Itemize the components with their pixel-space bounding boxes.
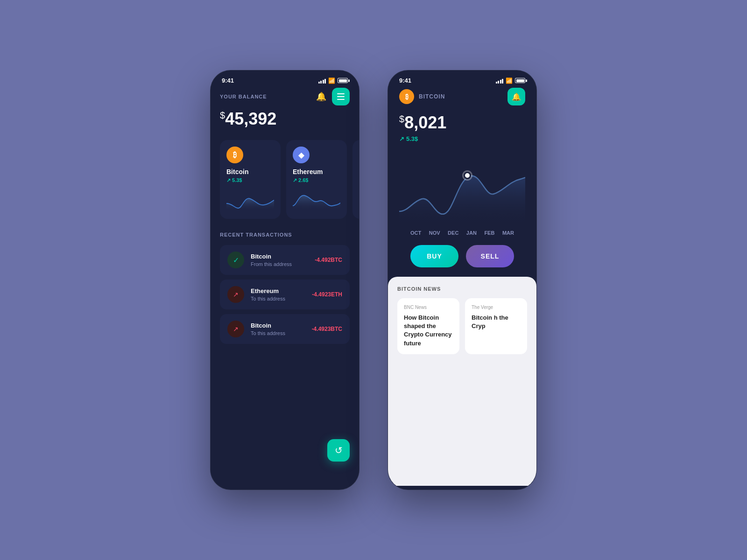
phone2-content: ₿ BITCOIN 🔔 $8,021 ↗ 5.3$ [388, 88, 536, 486]
dollar-sign-2: $ [399, 114, 404, 124]
crypto-cards: ₿ Bitcoin ↗ 5.3$ [220, 140, 350, 219]
tx-address-3: To this address [251, 330, 305, 336]
transactions-section-title: RECENT TRANSACTIONS [220, 232, 350, 238]
tx-amount-3: -4.4923BTC [312, 326, 342, 332]
ethereum-change: ↗ 2.6$ [293, 177, 340, 183]
bitcoin-card[interactable]: ₿ Bitcoin ↗ 5.3$ [220, 140, 281, 219]
ethereum-chart [293, 187, 340, 210]
menu-button[interactable] [332, 88, 350, 105]
bitcoin-chart [226, 187, 274, 210]
bitcoin-title: BITCOIN [419, 93, 445, 100]
news-source-1: BNC News [404, 305, 453, 310]
ethereum-name: Ethereum [293, 168, 340, 175]
tx-address-1: From this address [251, 261, 308, 267]
signal-icon-2 [496, 78, 504, 84]
tx-info-3: Bitcoin To this address [251, 322, 305, 336]
month-jan: JAN [466, 230, 477, 236]
battery-icon-2 [515, 78, 525, 83]
battery-icon [338, 78, 348, 83]
sell-button[interactable]: SELL [466, 245, 514, 267]
bitcoin-title-group: ₿ BITCOIN [399, 89, 445, 104]
news-section-title: BITCOIN NEWS [397, 286, 527, 292]
transaction-1[interactable]: ✓ Bitcoin From this address -4.492BTC [220, 245, 350, 275]
month-oct: OCT [410, 230, 421, 236]
phone-2: 9:41 📶 ₿ BITCOIN [388, 70, 537, 490]
news-headline-2: Bitcoin h the Cryp [472, 314, 521, 330]
tx-address-2: To this address [251, 296, 305, 301]
signal-icon [318, 78, 326, 84]
bell-icon[interactable]: 🔔 [316, 91, 326, 102]
balance-header: YOUR BALANCE 🔔 [220, 88, 350, 105]
ethereum-icon: ◆ [293, 147, 310, 163]
status-bar-2: 9:41 📶 [388, 70, 536, 88]
month-dec: DEC [448, 230, 458, 236]
menu-icon [337, 93, 345, 100]
ethereum-card[interactable]: ◆ Ethereum ↗ 2.6$ [286, 140, 347, 219]
news-headline-1: How Bitcoin shaped the Crypto Currency f… [404, 314, 453, 348]
news-cards: BNC News How Bitcoin shaped the Crypto C… [397, 298, 527, 354]
price-chart [399, 152, 525, 226]
tx-amount-2: -4.4923ETH [312, 291, 342, 298]
status-icons-2: 📶 [496, 77, 526, 84]
tx-info-1: Bitcoin From this address [251, 253, 308, 267]
time-2: 9:41 [399, 77, 411, 84]
month-feb: FEB [484, 230, 494, 236]
tx-name-2: Ethereum [251, 287, 305, 294]
transaction-3[interactable]: ↗ Bitcoin To this address -4.4923BTC [220, 314, 350, 344]
dash-card[interactable]: ↺ Das ↘ 2. [352, 140, 359, 219]
buy-button[interactable]: BUY [410, 245, 458, 267]
tx-icon-1: ✓ [227, 252, 244, 268]
wifi-icon: 📶 [328, 77, 335, 84]
tx-icon-2: ↗ [227, 286, 244, 303]
tx-name-3: Bitcoin [251, 322, 305, 329]
chart-dot [464, 172, 471, 179]
month-mar: MAR [502, 230, 514, 236]
phone-1: 9:41 📶 YOUR BALANCE 🔔 [210, 70, 359, 490]
time-1: 9:41 [222, 77, 234, 84]
bitcoin-header: ₿ BITCOIN 🔔 [399, 88, 525, 105]
btc-change: ↗ 5.3$ [399, 135, 525, 142]
phone2-top: ₿ BITCOIN 🔔 $8,021 ↗ 5.3$ [388, 88, 536, 267]
phone1-content: YOUR BALANCE 🔔 $45,392 [211, 88, 359, 486]
bitcoin-change: ↗ 5.3$ [226, 177, 274, 183]
news-card-2[interactable]: The Verge Bitcoin h the Cryp [465, 298, 527, 354]
floating-action-button[interactable]: ↺ [327, 439, 350, 462]
month-nov: NOV [429, 230, 440, 236]
status-icons-1: 📶 [318, 77, 348, 84]
transaction-2[interactable]: ↗ Ethereum To this address -4.4923ETH [220, 280, 350, 309]
action-buttons: BUY SELL [399, 245, 525, 267]
tx-info-2: Ethereum To this address [251, 287, 305, 301]
status-bar-1: 9:41 📶 [211, 70, 359, 88]
chart-months: OCT NOV DEC JAN FEB MAR [399, 230, 525, 236]
btc-price: $8,021 [399, 113, 525, 133]
bitcoin-name: Bitcoin [226, 168, 274, 175]
bitcoin-icon: ₿ [226, 147, 243, 163]
news-card-1[interactable]: BNC News How Bitcoin shaped the Crypto C… [397, 298, 459, 354]
tx-amount-1: -4.492BTC [315, 257, 342, 263]
news-source-2: The Verge [472, 305, 521, 310]
bell-button-2[interactable]: 🔔 [507, 88, 525, 105]
tx-icon-3: ↗ [227, 321, 244, 337]
phones-container: 9:41 📶 YOUR BALANCE 🔔 [210, 70, 537, 490]
header-icons: 🔔 [316, 88, 350, 105]
balance-label: YOUR BALANCE [220, 94, 267, 99]
balance-amount: $45,392 [220, 109, 350, 129]
news-panel: BITCOIN NEWS BNC News How Bitcoin shaped… [388, 277, 536, 486]
btc-logo: ₿ [399, 89, 414, 104]
tx-name-1: Bitcoin [251, 253, 308, 260]
wifi-icon-2: 📶 [506, 77, 513, 84]
